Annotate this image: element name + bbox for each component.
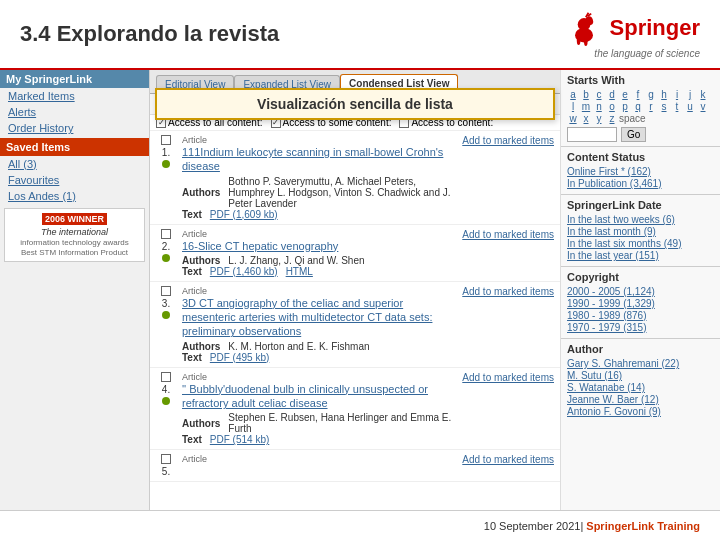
alpha-space[interactable]: space (619, 113, 646, 124)
article-3-authors-val: K. M. Horton and E. K. Fishman (228, 341, 369, 352)
footer: 10 September 2021| SpringerLink Training (0, 510, 720, 540)
starts-with-input[interactable] (567, 127, 617, 142)
sidebar-alerts[interactable]: Alerts (0, 104, 149, 120)
article-1-title[interactable]: 111Indium leukocyte scanning in small-bo… (182, 145, 456, 174)
article-2-authors-val: L. J. Zhang, J. Qi and W. Shen (228, 255, 364, 266)
alpha-b[interactable]: b (580, 89, 592, 100)
alpha-t[interactable]: t (671, 101, 683, 112)
copy3-link[interactable]: 1980 - 1989 (876) (567, 310, 714, 321)
copy2-link[interactable]: 1990 - 1999 (1,329) (567, 298, 714, 309)
alpha-w[interactable]: w (567, 113, 579, 124)
alpha-y[interactable]: y (593, 113, 605, 124)
article-1-checkbox[interactable] (161, 135, 171, 145)
article-1-add-marked[interactable]: Add to marked items (462, 135, 554, 146)
table-row: 4. Article '' Bubbly'duodenal bulb in cl… (150, 368, 560, 451)
article-2-checkbox[interactable] (161, 229, 171, 239)
alpha-j[interactable]: j (684, 89, 696, 100)
alpha-v[interactable]: v (697, 101, 709, 112)
alpha-z[interactable]: z (606, 113, 618, 124)
sidebar-los-andes[interactable]: Los Andes (1) (0, 188, 149, 204)
sidebar-all[interactable]: All (3) (0, 156, 149, 172)
table-row: 5. Article Add to marked items (150, 450, 560, 482)
alpha-q[interactable]: q (632, 101, 644, 112)
article-1-authors-label: Authors (182, 187, 220, 198)
table-row: 1. Article 111Indium leukocyte scanning … (150, 131, 560, 225)
article-5-checkbox[interactable] (161, 454, 171, 464)
author3-link[interactable]: S. Watanabe (14) (567, 382, 714, 393)
alpha-f[interactable]: f (632, 89, 644, 100)
article-1-authors-val: Bothno P. Saverymuttu, A. Michael Peters… (228, 176, 456, 209)
alpha-n[interactable]: n (593, 101, 605, 112)
six-months-link[interactable]: In the last six months (49) (567, 238, 714, 249)
starts-with-section: Starts With a b c d e f g h i j k l m n … (561, 70, 720, 146)
article-2-html-link[interactable]: HTML (286, 266, 313, 277)
alpha-k[interactable]: k (697, 89, 709, 100)
copy1-link[interactable]: 2000 - 2005 (1,124) (567, 286, 714, 297)
author5-link[interactable]: Antonio F. Govoni (9) (567, 406, 714, 417)
article-3-text-label: Text (182, 352, 202, 363)
alpha-d[interactable]: d (606, 89, 618, 100)
alpha-l[interactable]: l (567, 101, 579, 112)
alpha-a[interactable]: a (567, 89, 579, 100)
award-badge: 2006 WINNER (42, 213, 107, 225)
footer-link[interactable]: SpringerLink Training (586, 520, 700, 532)
article-2-body: Article 16-Slice CT hepatic venography A… (182, 229, 456, 277)
author2-link[interactable]: M. Sutu (16) (567, 370, 714, 381)
article-4-title[interactable]: '' Bubbly'duodenal bulb in clinically un… (182, 382, 456, 411)
viz-banner: Visualización sencilla de lista (155, 88, 555, 120)
my-springer-title: My SpringerLink (0, 70, 149, 88)
award-org: The international (41, 227, 108, 237)
one-month-link[interactable]: In the last month (9) (567, 226, 714, 237)
alpha-u[interactable]: u (684, 101, 696, 112)
alpha-o[interactable]: o (606, 101, 618, 112)
go-button[interactable]: Go (621, 127, 646, 142)
article-num-col: 2. (156, 229, 176, 262)
alpha-i[interactable]: i (671, 89, 683, 100)
alpha-x[interactable]: x (580, 113, 592, 124)
main-area: My SpringerLink Marked Items Alerts Orde… (0, 70, 720, 510)
alpha-p[interactable]: p (619, 101, 631, 112)
alpha-e[interactable]: e (619, 89, 631, 100)
alpha-r[interactable]: r (645, 101, 657, 112)
sidebar-favourites[interactable]: Favourites (0, 172, 149, 188)
article-2-pdf-link[interactable]: PDF (1,460 kb) (210, 266, 278, 277)
article-1-pdf-link[interactable]: PDF (1,609 kb) (210, 209, 278, 220)
article-3-pdf-link[interactable]: PDF (495 kb) (210, 352, 269, 363)
alpha-c[interactable]: c (593, 89, 605, 100)
copyright-section: Copyright 2000 - 2005 (1,124) 1990 - 199… (561, 266, 720, 338)
article-4-pdf-link[interactable]: PDF (514 kb) (210, 434, 269, 445)
article-3-authors-row: Authors K. M. Horton and E. K. Fishman (182, 341, 456, 352)
author1-link[interactable]: Gary S. Ghahremani (22) (567, 358, 714, 369)
alpha-h[interactable]: h (658, 89, 670, 100)
article-2-access-dot (162, 254, 170, 262)
springer-tagline: the language of science (594, 48, 700, 59)
author-title: Author (567, 343, 714, 355)
article-5-body: Article (182, 454, 456, 464)
alpha-m[interactable]: m (580, 101, 592, 112)
article-3-title[interactable]: 3D CT angiography of the celiac and supe… (182, 296, 456, 339)
sidebar-marked-items[interactable]: Marked Items (0, 88, 149, 104)
article-5-add-marked[interactable]: Add to marked items (462, 454, 554, 465)
header: 3.4 Explorando la revista Springer the l… (0, 0, 720, 70)
article-4-checkbox[interactable] (161, 372, 171, 382)
in-publication-link[interactable]: In Publication (3,461) (567, 178, 714, 189)
table-row: 3. Article 3D CT angiography of the celi… (150, 282, 560, 368)
article-4-add-marked[interactable]: Add to marked items (462, 372, 554, 383)
sidebar-order-history[interactable]: Order History (0, 120, 149, 136)
author4-link[interactable]: Jeanne W. Baer (12) (567, 394, 714, 405)
article-2-add-marked[interactable]: Add to marked items (462, 229, 554, 240)
alphabet-grid: a b c d e f g h i j k l m n o p q r s t (567, 89, 714, 124)
online-first-link[interactable]: Online First * (162) (567, 166, 714, 177)
copy4-link[interactable]: 1970 - 1979 (315) (567, 322, 714, 333)
alpha-g[interactable]: g (645, 89, 657, 100)
alpha-s[interactable]: s (658, 101, 670, 112)
article-1-access-dot (162, 160, 170, 168)
two-weeks-link[interactable]: In the last two weeks (6) (567, 214, 714, 225)
article-4-num: 4. (162, 384, 170, 395)
article-3-add-marked[interactable]: Add to marked items (462, 286, 554, 297)
article-3-checkbox[interactable] (161, 286, 171, 296)
award-box: 2006 WINNER The international informatio… (4, 208, 145, 262)
article-2-title[interactable]: 16-Slice CT hepatic venography (182, 239, 456, 253)
right-sidebar: Starts With a b c d e f g h i j k l m n … (560, 70, 720, 510)
one-year-link[interactable]: In the last year (151) (567, 250, 714, 261)
